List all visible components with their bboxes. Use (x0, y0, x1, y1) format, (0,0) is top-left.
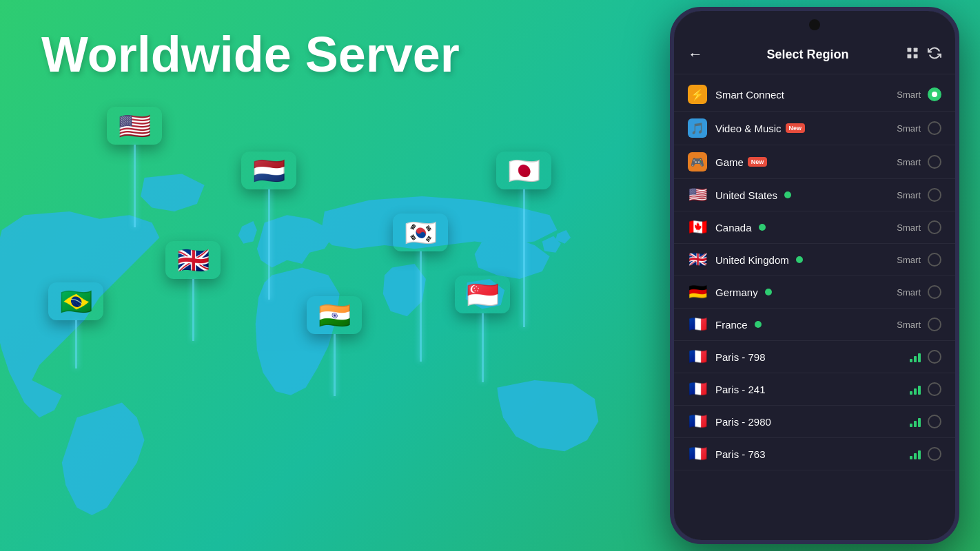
item-right-paris-763 (910, 447, 941, 461)
item-right-canada: Smart (897, 220, 941, 234)
item-name-game: GameNew (715, 156, 897, 168)
item-flag-paris-763: 🇫🇷 (688, 445, 707, 463)
radio-france[interactable] (928, 318, 941, 331)
badge-new: New (748, 157, 768, 167)
radio-germany[interactable] (928, 285, 941, 299)
back-button[interactable]: ← (688, 45, 703, 63)
list-item-united-states[interactable]: 🇺🇸 United States Smart (674, 179, 955, 211)
flag-brazil: 🇧🇷 (48, 282, 103, 368)
item-name-united-states: United States (715, 189, 897, 201)
item-name-paris-798: Paris - 798 (715, 351, 910, 363)
list-item-video-music[interactable]: 🎵 Video & MusicNew Smart (674, 112, 955, 145)
flag-india: 🇮🇳 (307, 296, 362, 396)
list-item-germany[interactable]: 🇩🇪 Germany Smart (674, 276, 955, 309)
item-name-germany: Germany (715, 287, 897, 298)
signal-bars-paris-798 (910, 351, 921, 362)
flag-stem-netherlands (268, 189, 270, 300)
flag-box-brazil: 🇧🇷 (48, 282, 103, 320)
flag-usa: 🇺🇸 (107, 107, 162, 227)
server-list: ⚡ Smart Connect Smart 🎵 Video & MusicNew… (674, 74, 955, 534)
phone-container: ← Select Region (649, 0, 980, 551)
item-smart-label: Smart (897, 287, 921, 298)
item-smart-label: Smart (897, 255, 921, 265)
phone-screen: ← Select Region (674, 11, 955, 540)
flag-stem-usa (134, 145, 136, 227)
item-smart-label: Smart (897, 90, 921, 100)
flag-stem-brazil (75, 320, 77, 368)
item-smart-label: Smart (897, 157, 921, 167)
list-item-france[interactable]: 🇫🇷 France Smart (674, 309, 955, 341)
online-indicator (796, 256, 803, 263)
list-item-united-kingdom[interactable]: 🇬🇧 United Kingdom Smart (674, 244, 955, 276)
badge-new: New (786, 123, 806, 133)
item-name-video-music: Video & MusicNew (715, 123, 897, 134)
list-item-paris-798[interactable]: 🇫🇷 Paris - 798 (674, 341, 955, 373)
item-flag-france: 🇫🇷 (688, 315, 707, 333)
radio-canada[interactable] (928, 220, 941, 234)
item-right-smart-connect: Smart (897, 87, 941, 101)
phone-camera (809, 19, 820, 30)
item-name-canada: Canada (715, 222, 897, 233)
flag-uk: 🇬🇧 (165, 241, 221, 341)
flag-singapore: 🇸🇬 (455, 276, 510, 382)
item-name-united-kingdom: United Kingdom (715, 254, 897, 266)
radio-united-states[interactable] (928, 188, 941, 202)
radio-paris-798[interactable] (928, 350, 941, 364)
item-flag-germany: 🇩🇪 (688, 283, 707, 301)
item-smart-label: Smart (897, 320, 921, 330)
item-flag-paris-2980: 🇫🇷 (688, 413, 707, 430)
item-flag-paris-241: 🇫🇷 (688, 380, 707, 398)
item-icon-video-music: 🎵 (688, 118, 707, 138)
header-title: Select Region (710, 48, 906, 62)
flag-stem-korea (420, 251, 422, 362)
radio-paris-2980[interactable] (928, 415, 941, 428)
left-section: Worldwide Server (0, 0, 648, 551)
flag-stem-uk (192, 279, 194, 341)
online-indicator (755, 321, 762, 328)
radio-united-kingdom[interactable] (928, 253, 941, 267)
flag-box-uk: 🇬🇧 (165, 241, 221, 279)
item-right-france: Smart (897, 318, 941, 331)
item-icon-smart-connect: ⚡ (688, 85, 707, 104)
svg-rect-0 (908, 48, 912, 52)
svg-rect-1 (914, 48, 918, 52)
item-right-united-states: Smart (897, 188, 941, 202)
item-flag-united-states: 🇺🇸 (688, 186, 707, 204)
list-item-smart-connect[interactable]: ⚡ Smart Connect Smart (674, 78, 955, 112)
item-right-video-music: Smart (897, 121, 941, 135)
item-right-united-kingdom: Smart (897, 253, 941, 267)
filter-icon[interactable] (906, 46, 919, 63)
item-name-paris-241: Paris - 241 (715, 384, 910, 395)
list-item-paris-241[interactable]: 🇫🇷 Paris - 241 (674, 373, 955, 406)
flag-korea: 🇰🇷 (393, 214, 448, 362)
radio-video-music[interactable] (928, 121, 941, 135)
flag-box-usa: 🇺🇸 (107, 107, 162, 145)
item-name-smart-connect: Smart Connect (715, 89, 897, 101)
flag-stem-india (334, 334, 336, 396)
header-icons (906, 46, 941, 63)
item-name-france: France (715, 319, 897, 331)
item-smart-label: Smart (897, 123, 921, 134)
signal-bars-paris-241 (910, 384, 921, 395)
list-item-paris-763[interactable]: 🇫🇷 Paris - 763 (674, 438, 955, 470)
radio-game[interactable] (928, 155, 941, 169)
item-flag-united-kingdom: 🇬🇧 (688, 251, 707, 269)
radio-paris-241[interactable] (928, 382, 941, 396)
online-indicator (765, 289, 772, 295)
svg-rect-3 (914, 54, 918, 58)
item-right-paris-798 (910, 350, 941, 364)
list-item-canada[interactable]: 🇨🇦 Canada Smart (674, 211, 955, 244)
refresh-icon[interactable] (928, 46, 941, 63)
list-item-paris-2980[interactable]: 🇫🇷 Paris - 2980 (674, 406, 955, 438)
list-item-game[interactable]: 🎮 GameNew Smart (674, 145, 955, 179)
signal-bars-paris-763 (910, 448, 921, 459)
radio-selected-smart-connect[interactable] (928, 87, 941, 101)
online-indicator (759, 224, 766, 231)
item-right-paris-2980 (910, 415, 941, 428)
item-name-paris-763: Paris - 763 (715, 448, 910, 460)
item-name-paris-2980: Paris - 2980 (715, 416, 910, 428)
flag-box-singapore: 🇸🇬 (455, 276, 510, 313)
item-right-germany: Smart (897, 285, 941, 299)
item-icon-game: 🎮 (688, 152, 707, 171)
radio-paris-763[interactable] (928, 447, 941, 461)
